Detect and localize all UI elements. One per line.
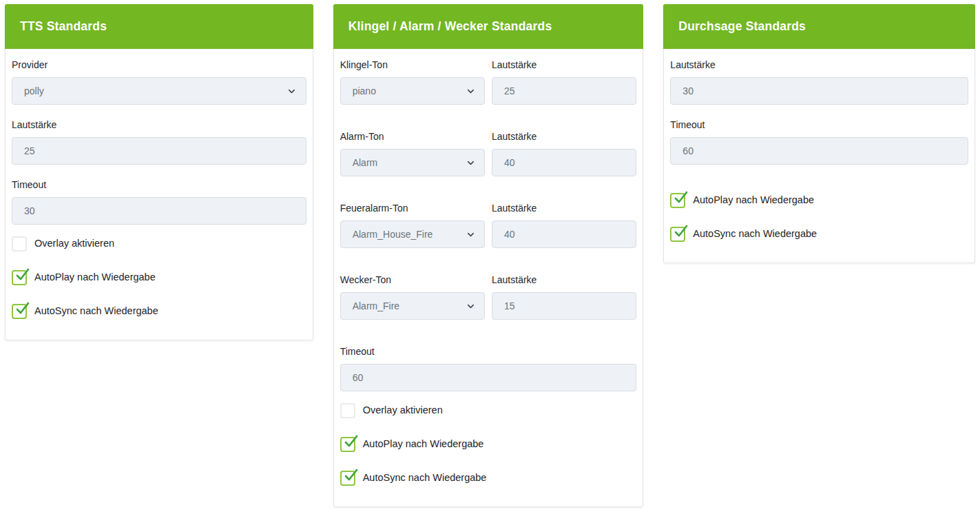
alarm-volume-input[interactable]	[492, 149, 636, 176]
klingel-autoplay-checkbox-row[interactable]: AutoPlay nach Wiedergabe	[340, 436, 637, 452]
wecker-ton-select-wrap: Alarm_Fire	[340, 292, 485, 320]
tts-card-header: TTS Standards	[5, 4, 313, 49]
durchsage-card-header: Durchsage Standards	[663, 4, 975, 49]
durchsage-timeout-label: Timeout	[670, 119, 968, 130]
tts-volume-group: Lautstärke	[12, 119, 306, 165]
klingel-autoplay-checkbox[interactable]	[340, 437, 355, 452]
durchsage-autosync-checkbox-row[interactable]: AutoSync nach Wiedergabe	[670, 226, 968, 242]
tts-provider-select[interactable]: polly	[12, 77, 306, 105]
tts-autosync-checkbox-row[interactable]: AutoSync nach Wiedergabe	[12, 303, 306, 319]
tts-timeout-label: Timeout	[12, 179, 306, 190]
tts-overlay-checkbox-row[interactable]: Overlay aktivieren	[12, 236, 306, 252]
checkmark-icon	[672, 189, 689, 207]
settings-page: TTS Standards Provider polly Lautstärke	[0, 0, 980, 511]
klingel-timeout-group: Timeout	[340, 346, 637, 391]
tts-autoplay-checkbox-row[interactable]: AutoPlay nach Wiedergabe	[12, 269, 306, 285]
tts-provider-group: Provider polly	[12, 59, 306, 105]
tts-standards-card: TTS Standards Provider polly Lautstärke	[5, 4, 313, 340]
klingel-card-title: Klingel / Alarm / Wecker Standards	[348, 19, 552, 34]
tts-autosync-checkbox[interactable]	[12, 304, 27, 319]
alarm-ton-select[interactable]: Alarm	[340, 149, 485, 176]
klingel-ton-select[interactable]: piano	[340, 77, 485, 105]
tts-overlay-checkbox-label: Overlay aktivieren	[34, 236, 114, 252]
klingel-ton-row: Klingel-Ton piano Lautstärke	[340, 59, 637, 105]
durchsage-standards-card: Durchsage Standards Lautstärke Timeout A…	[663, 4, 975, 263]
checkmark-icon	[342, 433, 359, 451]
klingel-autosync-checkbox[interactable]	[340, 471, 355, 486]
klingel-card-header: Klingel / Alarm / Wecker Standards	[333, 4, 644, 49]
durchsage-autoplay-checkbox[interactable]	[670, 193, 685, 208]
wecker-ton-row: Wecker-Ton Alarm_Fire Lautstärke	[340, 274, 637, 320]
durchsage-volume-label: Lautstärke	[670, 59, 968, 70]
wecker-volume-input[interactable]	[492, 292, 636, 320]
tts-timeout-input[interactable]	[12, 197, 306, 225]
tts-timeout-group: Timeout	[12, 179, 306, 225]
alarm-volume-label: Lautstärke	[492, 131, 636, 142]
durchsage-volume-input[interactable]	[670, 77, 968, 105]
wecker-ton-label: Wecker-Ton	[340, 274, 485, 285]
durchsage-autosync-checkbox[interactable]	[670, 227, 685, 242]
klingel-alarm-wecker-standards-card: Klingel / Alarm / Wecker Standards Kling…	[333, 4, 644, 507]
tts-overlay-checkbox[interactable]	[12, 236, 27, 252]
durchsage-card-body: Lautstärke Timeout AutoPlay nach Wiederg…	[664, 49, 974, 263]
feueralarm-ton-label: Feueralarm-Ton	[340, 203, 485, 214]
checkmark-icon	[14, 300, 31, 318]
durchsage-autoplay-checkbox-row[interactable]: AutoPlay nach Wiedergabe	[670, 192, 968, 208]
durchsage-volume-group: Lautstärke	[670, 59, 968, 105]
tts-card-title: TTS Standards	[20, 19, 107, 34]
klingel-volume-input[interactable]	[492, 77, 636, 105]
wecker-volume-label: Lautstärke	[492, 274, 636, 285]
klingel-ton-label: Klingel-Ton	[340, 59, 485, 70]
durchsage-timeout-input[interactable]	[670, 137, 968, 165]
klingel-ton-select-wrap: piano	[340, 77, 485, 105]
tts-volume-input[interactable]	[12, 137, 306, 165]
alarm-ton-select-wrap: Alarm	[340, 149, 485, 176]
tts-autoplay-checkbox[interactable]	[12, 270, 27, 285]
klingel-timeout-input[interactable]	[340, 364, 637, 391]
klingel-card-body: Klingel-Ton piano Lautstärke	[334, 49, 643, 506]
tts-autosync-checkbox-label: AutoSync nach Wiedergabe	[34, 303, 158, 319]
alarm-ton-label: Alarm-Ton	[340, 131, 485, 142]
tts-provider-label: Provider	[12, 59, 306, 70]
klingel-overlay-checkbox[interactable]	[340, 403, 355, 418]
feueralarm-ton-select[interactable]: Alarm_House_Fire	[340, 221, 485, 248]
feueralarm-ton-select-wrap: Alarm_House_Fire	[340, 221, 485, 248]
checkmark-icon	[14, 267, 31, 284]
alarm-ton-row: Alarm-Ton Alarm Lautstärke	[340, 131, 637, 176]
feueralarm-ton-row: Feueralarm-Ton Alarm_House_Fire Lautstär…	[340, 203, 637, 248]
durchsage-timeout-group: Timeout	[670, 119, 968, 165]
durchsage-autoplay-checkbox-label: AutoPlay nach Wiedergabe	[693, 192, 814, 208]
wecker-ton-select[interactable]: Alarm_Fire	[340, 292, 485, 320]
feueralarm-volume-input[interactable]	[492, 221, 636, 248]
tts-provider-select-wrap: polly	[12, 77, 306, 105]
klingel-autoplay-checkbox-label: AutoPlay nach Wiedergabe	[363, 436, 484, 452]
feueralarm-volume-label: Lautstärke	[492, 203, 636, 214]
durchsage-card-title: Durchsage Standards	[678, 19, 806, 34]
tts-volume-label: Lautstärke	[12, 119, 306, 130]
checkmark-icon	[342, 467, 359, 484]
tts-autoplay-checkbox-label: AutoPlay nach Wiedergabe	[34, 269, 156, 285]
klingel-overlay-checkbox-label: Overlay aktivieren	[363, 402, 443, 418]
durchsage-autosync-checkbox-label: AutoSync nach Wiedergabe	[693, 226, 817, 242]
tts-card-body: Provider polly Lautstärke Timeout	[6, 49, 313, 340]
klingel-autosync-checkbox-label: AutoSync nach Wiedergabe	[363, 470, 487, 486]
klingel-timeout-label: Timeout	[340, 346, 637, 357]
klingel-autosync-checkbox-row[interactable]: AutoSync nach Wiedergabe	[340, 470, 637, 486]
checkmark-icon	[672, 223, 689, 240]
klingel-overlay-checkbox-row[interactable]: Overlay aktivieren	[340, 402, 637, 418]
klingel-volume-label: Lautstärke	[492, 59, 636, 70]
